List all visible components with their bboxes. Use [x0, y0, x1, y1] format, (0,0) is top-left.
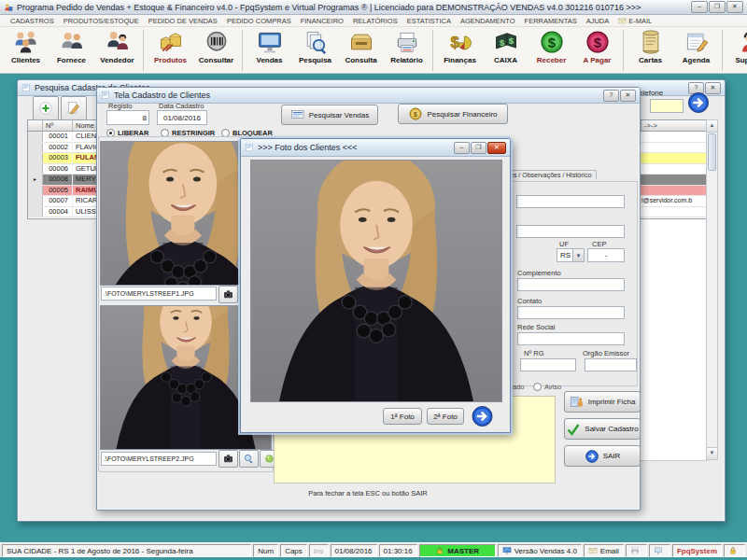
scroll-down-arrow[interactable]: ▼ [707, 447, 717, 459]
toolbar-button[interactable]: $ A Pagar [574, 29, 620, 72]
sair-button[interactable]: SAIR [564, 445, 641, 467]
photo2-zoom-button[interactable] [239, 450, 259, 468]
menu-item-label: AGENDAMENTO [460, 17, 515, 25]
toolbar-button[interactable]: Cartas [627, 29, 673, 72]
statusbar-item: FpqSystem [672, 544, 722, 557]
toolbar-button[interactable]: Suporte [726, 29, 747, 72]
photo2-path-input[interactable] [101, 452, 217, 466]
svg-text:$: $ [508, 35, 514, 45]
menu-item[interactable]: AGENDAMENTO [456, 17, 520, 25]
contato-input[interactable] [517, 306, 625, 319]
statusbar-item-text: FpqSystem [677, 547, 717, 555]
foto1-button[interactable]: 1ª Foto [383, 408, 422, 425]
toolbar-button[interactable]: Produtos [148, 29, 193, 72]
data-cadastro-input[interactable] [157, 110, 207, 125]
toolbar-button[interactable]: Agenda [673, 29, 719, 72]
restore-button[interactable]: ❐ [709, 1, 726, 13]
statusbar-item-text: 01:30:16 [384, 547, 413, 555]
main-titlebar[interactable]: Programa Pedido de Vendas + Estoque & Fi… [0, 0, 747, 15]
toolbar-button[interactable]: Clientes [3, 29, 49, 72]
cep-input[interactable] [587, 248, 625, 262]
aviso-radio[interactable]: Aviso [533, 383, 561, 391]
minimize-button[interactable]: – [454, 142, 470, 154]
statusbar-item: SUA CIDADE - RS 1 de Agosto de 2016 - Se… [2, 544, 251, 557]
menu-item[interactable]: PEDIDO COMPRAS [222, 17, 296, 25]
imprimir-label: Imprimir Ficha [588, 398, 636, 406]
menu-item[interactable]: RELATÓRIOS [348, 17, 402, 25]
foto-titlebar[interactable]: >>> Foto dos Clientes <<< – ❐ ✕ [241, 139, 510, 157]
toolbar-button[interactable]: Vendas [247, 29, 292, 72]
close-window-button[interactable]: ✕ [620, 90, 636, 102]
close-button[interactable]: ✕ [487, 142, 506, 154]
toolbar-button[interactable]: Vendedor [94, 29, 140, 72]
menu-item[interactable]: ESTATISTICA [402, 17, 456, 25]
vertical-scrollbar[interactable]: ▲ ▼ [706, 119, 718, 460]
photo1-camera-button[interactable] [218, 286, 238, 303]
foto2-button[interactable]: 2ª Foto [427, 408, 464, 425]
minimize-button[interactable]: – [691, 1, 708, 13]
menu-item[interactable]: PRODUTOS/ESTOQUE [59, 17, 144, 25]
phone-search-input[interactable] [650, 99, 684, 113]
menu-item[interactable]: PEDIDO DE VENDAS [144, 17, 222, 25]
complemento-input[interactable] [517, 278, 625, 291]
menu-item[interactable]: FINANCEIRO [296, 17, 348, 25]
suporte-icon [737, 29, 747, 55]
toolbar-button[interactable]: Consultar [193, 29, 239, 72]
help-button[interactable]: ? [603, 90, 619, 102]
menu-item[interactable]: AJUDA [582, 17, 614, 25]
toolbar-button[interactable]: $ Receber [529, 29, 574, 72]
close-button[interactable]: ✕ [726, 1, 743, 13]
registro-input[interactable] [106, 110, 149, 125]
restore-button[interactable]: ❐ [471, 142, 486, 154]
toolbar-button[interactable] [143, 30, 145, 71]
mail-icon [618, 17, 627, 25]
uf-select[interactable]: RS ▼ [557, 248, 585, 262]
toolbar-button[interactable]: $$ CAIXA [483, 29, 529, 72]
menubar: CADASTROS PRODUTOS/ESTOQUE PEDIDO DE VEN… [0, 15, 747, 27]
field-input-2[interactable] [516, 225, 625, 238]
add-record-button[interactable] [33, 96, 59, 120]
row-email-cell [641, 143, 707, 153]
toolbar-button[interactable]: $ Finanças [437, 29, 483, 72]
tela-title: Tela Cadastro de Clientes [114, 91, 599, 100]
scroll-thumb[interactable] [708, 133, 716, 171]
imprimir-ficha-button[interactable]: Imprimir Ficha [564, 391, 641, 413]
salvar-cadastro-button[interactable]: Salvar Cadastro [564, 418, 641, 440]
pesquisar-financeiro-button[interactable]: $ Pesquisar Financeiro [398, 104, 508, 124]
rede-social-label: Rede Social [517, 323, 555, 331]
fornece-icon [59, 29, 85, 55]
pesquisar-vendas-button[interactable]: Pesquisar Vendas [281, 105, 378, 125]
menu-item[interactable]: E-MAIL [613, 17, 656, 25]
search-go-button[interactable] [686, 91, 711, 115]
toolbar-button[interactable]: Consulta [338, 29, 384, 72]
toolbar-button[interactable] [623, 30, 625, 71]
rede-social-input[interactable] [517, 332, 625, 345]
toolbar-button[interactable] [242, 30, 244, 71]
menu-item[interactable]: CADASTROS [6, 17, 59, 25]
toolbar-button[interactable]: Fornece [49, 29, 94, 72]
aviso-label: Aviso [544, 383, 561, 391]
check-icon [566, 422, 581, 437]
menu-item-label: RELATÓRIOS [353, 17, 398, 25]
toolbar-button[interactable]: Pesquisa [292, 29, 338, 72]
sales-list-icon [290, 107, 305, 122]
row-num-cell: 00008 [43, 175, 73, 185]
scroll-up-arrow[interactable]: ▲ [707, 120, 717, 133]
toolbar-button[interactable]: Relatório [384, 29, 430, 72]
photo2-camera-button[interactable] [218, 450, 238, 468]
camera-icon [222, 453, 234, 465]
statusbar-item-text: Num [258, 547, 274, 555]
menu-item[interactable]: FERRAMENTAS [520, 17, 582, 25]
statusbar-item: Versão Vendas 4.0 [498, 544, 582, 557]
toolbar-button[interactable] [722, 30, 724, 71]
toolbar-button[interactable] [432, 30, 434, 71]
field-input-1[interactable] [516, 195, 625, 208]
menu-item-label: ESTATISTICA [407, 17, 451, 25]
edit-record-button[interactable] [61, 96, 87, 120]
orgao-emissor-input[interactable] [585, 358, 637, 371]
next-photo-button[interactable] [470, 404, 495, 428]
photo1-path-input[interactable] [101, 287, 217, 301]
rg-input[interactable] [520, 358, 576, 371]
tab-observacoes[interactable]: es / Observações / Histórico [505, 170, 597, 179]
svg-text:$: $ [593, 35, 601, 49]
